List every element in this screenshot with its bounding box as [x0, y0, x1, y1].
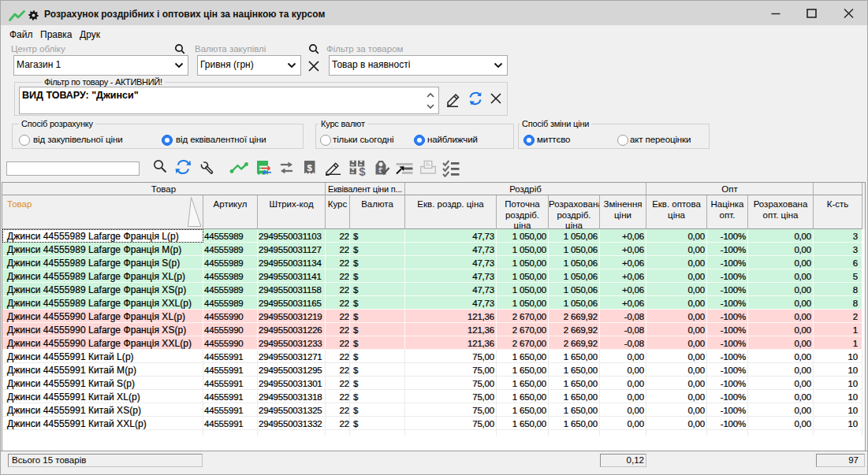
svg-text:$: $	[359, 165, 366, 177]
svg-text:$: $	[307, 163, 313, 173]
